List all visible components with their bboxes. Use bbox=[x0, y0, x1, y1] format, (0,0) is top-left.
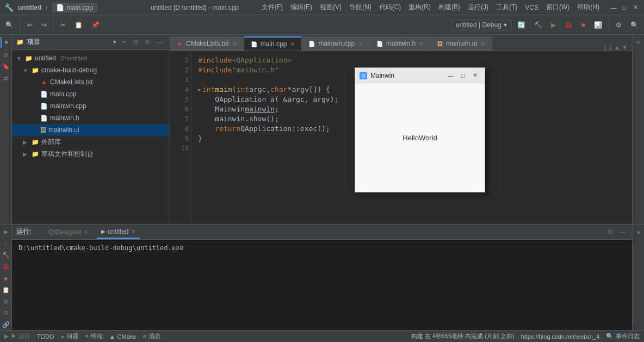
panel-collapse-all-icon[interactable]: ⊟ bbox=[131, 38, 140, 47]
toolbar-stop[interactable]: ■ bbox=[578, 17, 589, 33]
mainwin-preview-window[interactable]: Q Mainwin — □ ✕ HelloWorld bbox=[355, 67, 485, 192]
toolbar-copy[interactable]: 📋 bbox=[71, 17, 86, 33]
debug-config-selector[interactable]: untitled | Debug ▾ bbox=[451, 20, 512, 30]
bottom-build-icon[interactable]: 🔨 bbox=[1, 250, 11, 260]
tree-item-mainwinh[interactable]: ▶ 📄 mainwin.h bbox=[12, 112, 169, 124]
toolbar: 🔍 ↩ ↪ ✂ 📋 📌 untitled | Debug ▾ 🔄 🔨 ▶ 🐞 ■… bbox=[0, 15, 644, 35]
toolbar-redo[interactable]: ↪ bbox=[38, 17, 50, 33]
menu-window[interactable]: 窗口(W) bbox=[543, 2, 573, 13]
tab-mainwinh-close[interactable]: ✕ bbox=[419, 40, 424, 47]
bottom-tab-untitled[interactable]: ▶ untitled ✕ bbox=[97, 226, 140, 239]
toolbar-build-refresh[interactable]: 🔄 bbox=[514, 17, 529, 33]
close-button[interactable]: ✕ bbox=[631, 3, 640, 12]
tree-item-cmake-build[interactable]: ▼ 📁 cmake-build-debug bbox=[12, 64, 169, 76]
bottom-right-icon-1[interactable]: ≡ bbox=[633, 227, 644, 238]
bottom-tab-qtdesigner-close[interactable]: ✕ bbox=[84, 229, 88, 235]
title-bar: 🔧 untitled | 📄 main.cpp untitled [D:\unt… bbox=[0, 0, 644, 15]
editor-fold-icon[interactable]: ▲ ▼ bbox=[614, 44, 628, 51]
tab-mainwincpp-close[interactable]: ✕ bbox=[358, 40, 363, 47]
sidebar-project-icon[interactable]: ≡ bbox=[1, 37, 11, 48]
active-file-tab[interactable]: 📄 main.cpp bbox=[52, 3, 97, 13]
minimize-button[interactable]: — bbox=[609, 3, 618, 12]
tab-mainwinh[interactable]: 📄 mainwin.h ✕ bbox=[370, 36, 431, 51]
bottom-icon-8[interactable]: 🔗 bbox=[1, 320, 11, 330]
right-sidebar-icon-1[interactable]: ≡ bbox=[633, 37, 644, 48]
bottom-panel-minimize[interactable]: — bbox=[617, 227, 628, 237]
bottom-panel-settings[interactable]: ⚙ bbox=[605, 227, 615, 237]
sidebar-diff-icon[interactable]: ⇄ bbox=[1, 73, 11, 84]
menu-code[interactable]: 代码(C) bbox=[376, 2, 405, 13]
tree-item-scratches[interactable]: ▶ 📁 草稿文件和控制台 bbox=[12, 148, 169, 160]
status-run-btn[interactable]: ▶ ▶ 运行 bbox=[4, 332, 30, 340]
tree-label-mainwinh: mainwin.h bbox=[50, 114, 79, 122]
status-todo[interactable]: TODO bbox=[37, 333, 54, 340]
menu-help[interactable]: 帮助(H) bbox=[574, 2, 603, 13]
tab-cmakelists[interactable]: 🔺 CMakeLists.txt ✕ bbox=[170, 36, 244, 51]
panel-settings-icon[interactable]: ⚙ bbox=[143, 38, 152, 47]
toolbar-coverage[interactable]: 📊 bbox=[591, 17, 605, 33]
menu-tools[interactable]: 工具(T) bbox=[493, 2, 521, 13]
tab-cmake-close[interactable]: ✕ bbox=[232, 40, 237, 47]
tree-item-cmakelists[interactable]: ▶ 🔺 CMakeLists.txt bbox=[12, 76, 169, 88]
title-bar-left: 🔧 untitled | 📄 main.cpp bbox=[4, 3, 131, 13]
toolbar-build[interactable]: 🔨 bbox=[531, 17, 546, 33]
bottom-debug-icon[interactable]: 🐞 bbox=[1, 262, 11, 272]
bottom-tab-untitled-close[interactable]: ✕ bbox=[131, 228, 135, 234]
status-url[interactable]: https://blog.csdn.net/weixin_4 bbox=[521, 333, 599, 340]
status-messages[interactable]: ≡ 消息 bbox=[143, 332, 160, 340]
menu-file[interactable]: 文件(F) bbox=[258, 2, 286, 13]
tree-item-untitled[interactable]: ▼ 📁 untitled D:\untitled bbox=[12, 52, 169, 64]
bottom-icon-7[interactable]: ⚙ bbox=[1, 308, 11, 318]
toolbar-search[interactable]: 🔍 bbox=[2, 17, 17, 33]
bottom-tab-qtdesigner[interactable]: QtDesigner ✕ bbox=[44, 226, 92, 239]
tab-maincpp[interactable]: 📄 main.cpp ✕ bbox=[244, 36, 302, 51]
tab-mainwinui[interactable]: 🖼 mainwin.ui ✕ bbox=[431, 36, 492, 51]
toolbar-settings[interactable]: ⚙ bbox=[612, 17, 625, 33]
menu-edit[interactable]: 编辑(E) bbox=[287, 2, 315, 13]
toolbar-cut[interactable]: ✂ bbox=[57, 17, 69, 33]
tree-item-mainwincpp[interactable]: ▶ 📄 mainwin.cpp bbox=[12, 100, 169, 112]
tree-item-mainwinui[interactable]: ▶ 🖼 mainwin.ui bbox=[12, 124, 169, 136]
toolbar-debug-run[interactable]: 🐞 bbox=[561, 17, 576, 33]
bottom-stop-icon[interactable]: ■ bbox=[1, 273, 11, 283]
panel-close-icon[interactable]: — bbox=[154, 38, 165, 47]
status-cmake[interactable]: ▲ CMake bbox=[109, 333, 137, 340]
menu-navigate[interactable]: 导航(N) bbox=[346, 2, 375, 13]
sidebar-bookmark-icon[interactable]: 🔖 bbox=[1, 61, 11, 72]
menu-refactor[interactable]: 重构(R) bbox=[405, 2, 434, 13]
tree-item-external-libs[interactable]: ▶ 📁 外部库 bbox=[12, 136, 169, 148]
file-tab-label: main.cpp bbox=[66, 4, 93, 11]
bottom-up-icon[interactable]: ↑ bbox=[1, 238, 11, 248]
file-tree: ▼ 📁 untitled D:\untitled ▼ 📁 cmake-build… bbox=[12, 50, 169, 224]
menu-view[interactable]: 视图(V) bbox=[317, 2, 345, 13]
mainwin-close-btn[interactable]: ✕ bbox=[469, 70, 480, 81]
mainwin-minimize-btn[interactable]: — bbox=[445, 70, 456, 81]
toolbar-paste[interactable]: 📌 bbox=[88, 17, 103, 33]
tree-item-maincpp[interactable]: ▶ 📄 main.cpp bbox=[12, 88, 169, 100]
panel-scroll-icon[interactable]: ⇐ bbox=[120, 38, 129, 47]
toolbar-more[interactable]: 🔍 bbox=[627, 17, 642, 33]
tab-mainwincpp[interactable]: 📄 mainwin.cpp ✕ bbox=[302, 36, 370, 51]
mainwin-app-icon: Q bbox=[360, 72, 367, 79]
toolbar-run[interactable]: ▶ bbox=[548, 17, 559, 33]
code-line-1: #include <QApplication> bbox=[198, 55, 626, 65]
toolbar-undo[interactable]: ↩ bbox=[24, 17, 36, 33]
bottom-main-content: 运行: | QtDesigner ✕ ▶ untitled ✕ ⚙ — bbox=[12, 225, 632, 330]
menu-build[interactable]: 构建(B) bbox=[435, 2, 463, 13]
terminal-output[interactable]: D:\untitled\cmake-build-debug\untitled.e… bbox=[12, 240, 632, 330]
menu-vcs[interactable]: VCS bbox=[522, 3, 542, 13]
tab-maincpp-close[interactable]: ✕ bbox=[290, 41, 295, 48]
bottom-icon-6[interactable]: ⊞ bbox=[1, 296, 11, 307]
tab-mainwinui-close[interactable]: ✕ bbox=[480, 40, 485, 47]
status-event-log[interactable]: 🔍 事件日志 bbox=[606, 332, 640, 340]
tree-label-mainwincpp: mainwin.cpp bbox=[50, 102, 86, 110]
sidebar-structure-icon[interactable]: ⊞ bbox=[1, 49, 11, 60]
menu-run[interactable]: 运行(J) bbox=[465, 2, 492, 13]
bottom-icon-5[interactable]: 📋 bbox=[1, 285, 11, 295]
status-terminal[interactable]: ≡ 终端 bbox=[85, 332, 102, 340]
bottom-run-icon[interactable]: ▶ bbox=[1, 227, 11, 237]
status-issues[interactable]: ● 问题 bbox=[61, 332, 79, 340]
mainwin-maximize-btn[interactable]: □ bbox=[457, 70, 468, 81]
maximize-button[interactable]: □ bbox=[620, 3, 629, 12]
todo-label: TODO bbox=[37, 333, 54, 340]
